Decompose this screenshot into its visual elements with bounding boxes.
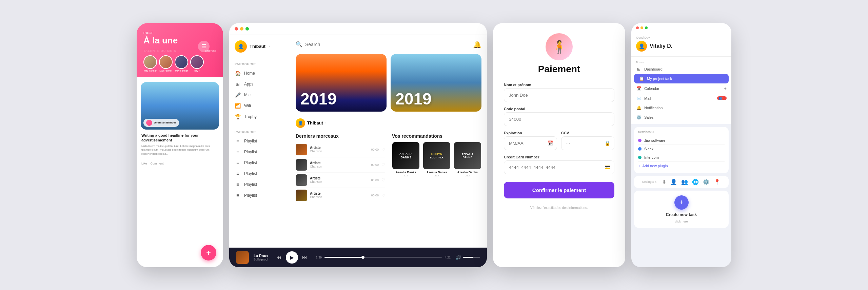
rec-card-2[interactable]: ROBYNBODY TALK Azealia Banks 212: [423, 142, 451, 177]
s4-user-row: 👤 Vitaliy D.: [636, 41, 727, 52]
volume-bar[interactable]: [463, 257, 480, 258]
track-time-4: 00:06: [371, 194, 379, 197]
service-item-slack[interactable]: Slack: [638, 145, 725, 153]
sidebar-item-playlist-3[interactable]: ≡ Playlist: [229, 157, 290, 168]
add-plugin-icon: +: [638, 164, 640, 168]
create-task-fab[interactable]: +: [674, 195, 689, 210]
talent-avatar-2[interactable]: [159, 55, 173, 69]
avatar-item: May Farmer: [175, 55, 188, 72]
sidebar-item-apps[interactable]: ⊞ Apps: [229, 79, 290, 90]
s4-minimize-dot[interactable]: [640, 26, 643, 29]
play-pause-button[interactable]: ▶: [286, 251, 298, 264]
track-row-2[interactable]: Artiste Chanson 00:00 ♡: [296, 157, 385, 173]
fab-button[interactable]: +: [201, 245, 216, 260]
s2-tracks-col: Derniers morceaux Artiste Chanson 00:00 …: [296, 133, 385, 203]
sidebar-item-playlist-5[interactable]: ≡ Playlist: [229, 179, 290, 190]
hero-card-2[interactable]: 2019: [391, 54, 481, 112]
rec-card-3[interactable]: AZEALIABANKS Azealia Banks 212: [453, 142, 481, 177]
heart-icon-1[interactable]: ♡: [381, 147, 385, 152]
track-art-2: [296, 159, 307, 171]
confirm-payment-button[interactable]: Confirmer le paiement: [504, 182, 614, 198]
player-controls: ⏮ ▶ ⏭: [276, 251, 308, 264]
name-label: Nom et prénom: [504, 83, 614, 87]
playlist-icon: ≡: [235, 182, 241, 187]
name-input[interactable]: [504, 88, 614, 102]
payment-title: Paiement: [538, 64, 580, 75]
track-name-4: Artiste: [310, 192, 368, 195]
gear-icon[interactable]: ⚙️: [703, 179, 710, 185]
heart-icon-4[interactable]: ♡: [381, 193, 385, 198]
service-name-intercom: Intercom: [644, 155, 659, 159]
calendar-icon: 📅: [547, 140, 553, 146]
s2-bar-username: Thibaut: [307, 120, 323, 125]
nav-item-notification[interactable]: 🔔 Notification: [631, 103, 731, 113]
group-icon[interactable]: 👥: [681, 179, 688, 185]
add-plugin-button[interactable]: + Add new plugin: [638, 162, 725, 170]
nav-item-mail[interactable]: ✉️ Mail 👥🔴: [631, 94, 731, 103]
s2-username: Thibaut: [250, 44, 265, 49]
rec-name-3: Azealia Banks: [457, 171, 478, 174]
track-row-4[interactable]: Artiste Chanson 00:06 ♡: [296, 188, 385, 203]
titlebar-maximize[interactable]: [245, 27, 249, 31]
comment-button[interactable]: Comment: [151, 162, 164, 165]
talent-avatar-3[interactable]: [175, 55, 188, 69]
talent-avatar-1[interactable]: [143, 55, 157, 69]
track-time-3: 00:00: [371, 178, 379, 182]
progress-bar[interactable]: [324, 257, 442, 258]
service-dot-intercom: [638, 156, 642, 159]
post-image: Jeremiah Bridges: [141, 82, 219, 130]
nav-item-sales[interactable]: ⚙️ Sales: [631, 113, 731, 122]
nav-item-dashboard[interactable]: ⊞ Dashboard: [631, 64, 731, 74]
globe-icon[interactable]: 🌐: [692, 179, 699, 185]
hero-card-1[interactable]: 2019: [296, 54, 387, 112]
sidebar-item-playlist-1[interactable]: ≡ Playlist: [229, 136, 290, 147]
home-icon: 🏠: [235, 71, 241, 76]
like-button[interactable]: Like: [141, 162, 147, 165]
sidebar-item-playlist-6[interactable]: ≡ Playlist: [229, 190, 290, 201]
s2-content: 🔍 🔔 2019 2019 👤 Thibaut: [290, 35, 487, 248]
rec-img-2: ROBYNBODY TALK: [423, 142, 450, 169]
add-icon[interactable]: +: [724, 86, 727, 91]
menu-button[interactable]: ☰: [198, 41, 210, 52]
talent-avatar-4[interactable]: [190, 55, 204, 69]
track-row-1[interactable]: Artiste Chanson 00:00 ♡: [296, 142, 385, 157]
skip-back-button[interactable]: ⏮: [276, 254, 282, 260]
nav-item-calendar[interactable]: 📅 Calendar +: [631, 83, 731, 94]
search-input[interactable]: [305, 42, 470, 47]
download-icon[interactable]: ⬇: [662, 179, 666, 185]
titlebar-minimize[interactable]: [240, 27, 243, 31]
mail-icon: ✉️: [636, 96, 642, 101]
nav-label-notification: Notification: [644, 106, 663, 110]
expiry-ccv-row: Expiration 📅 CCV 🔒: [504, 131, 614, 150]
s4-close-dot[interactable]: [636, 26, 639, 29]
sidebar-item-wifi[interactable]: 📶 Wifi: [229, 100, 290, 111]
player-title: La Roux: [254, 254, 268, 258]
playlist-icon: ≡: [235, 138, 241, 144]
rec-card-1[interactable]: AZEALIABANKS Azealia Banks 212: [392, 142, 420, 177]
sidebar-item-home[interactable]: 🏠 Home: [229, 68, 290, 79]
sidebar-item-mic[interactable]: 🎤 Mic: [229, 90, 290, 100]
service-item-jira[interactable]: Jira software: [638, 136, 725, 145]
nav-item-project-task[interactable]: 📋 My project task: [634, 74, 729, 83]
user-icon[interactable]: 👤: [670, 179, 677, 185]
s2-main: 👤 Thibaut › PARCOURIR 🏠 Home ⊞ Apps: [229, 35, 487, 248]
skip-forward-button[interactable]: ⏭: [302, 254, 308, 260]
s4-maximize-dot[interactable]: [645, 26, 648, 29]
notification-icon[interactable]: 🔔: [473, 40, 481, 49]
sidebar-item-trophy[interactable]: 🏆 Trophy: [229, 111, 290, 122]
service-dot-slack: [638, 147, 642, 151]
titlebar-close[interactable]: [235, 27, 238, 31]
card-number-input[interactable]: [504, 160, 614, 174]
track-row-3[interactable]: Artiste Chanson 00:00 ♡: [296, 173, 385, 188]
location-icon[interactable]: 📍: [714, 179, 721, 185]
heart-icon-2[interactable]: ♡: [381, 162, 385, 167]
sidebar-item-playlist-2[interactable]: ≡ Playlist: [229, 147, 290, 157]
sidebar-item-playlist-4[interactable]: ≡ Playlist: [229, 168, 290, 179]
sidebar-label-home: Home: [244, 71, 255, 76]
player-album-art: [236, 251, 249, 264]
postal-input[interactable]: [504, 112, 614, 126]
good-day-label: Good Day,: [636, 36, 727, 39]
heart-icon-3[interactable]: ♡: [381, 178, 385, 182]
nav-label-dashboard: Dashboard: [644, 67, 663, 71]
service-item-intercom[interactable]: Intercom: [638, 153, 725, 162]
